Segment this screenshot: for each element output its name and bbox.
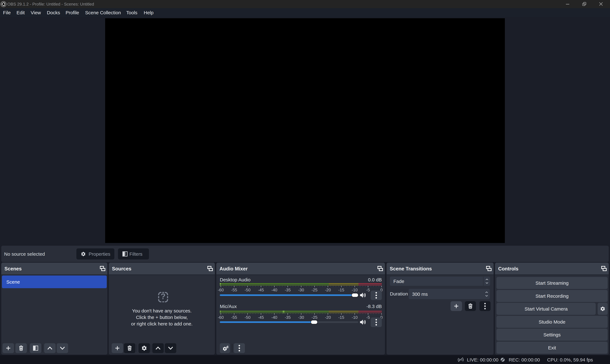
svg-text:?: ? xyxy=(161,292,166,301)
